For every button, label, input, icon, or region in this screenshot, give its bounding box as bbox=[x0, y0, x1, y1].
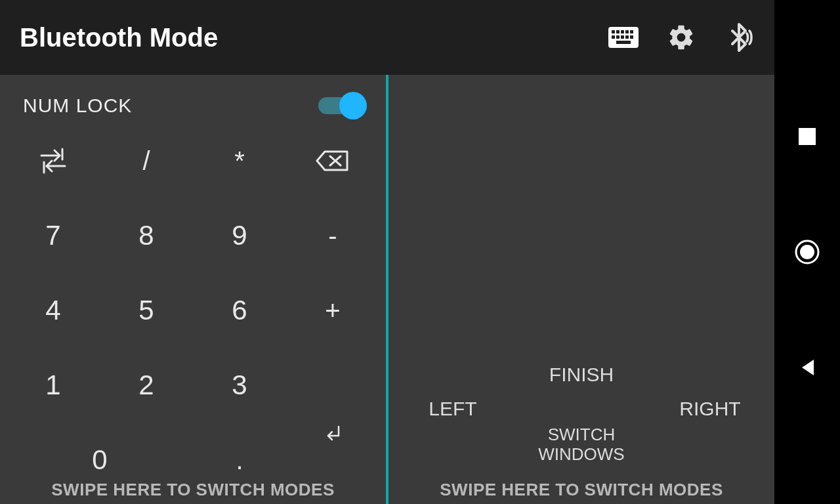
touchpad-pane[interactable]: FINISH LEFT RIGHT SWITCH WINDOWS SWIPE H… bbox=[388, 75, 774, 504]
key-3[interactable]: 3 bbox=[193, 348, 286, 423]
key-7[interactable]: 7 bbox=[7, 198, 100, 273]
plus-key[interactable]: + bbox=[286, 273, 379, 348]
page-title: Bluetooth Mode bbox=[20, 23, 608, 52]
app-root: Bluetooth Mode bbox=[0, 0, 774, 504]
svg-rect-7 bbox=[616, 35, 620, 39]
switch-line2: WINDOWS bbox=[538, 444, 624, 464]
numlock-row: NUM LOCK bbox=[0, 75, 386, 123]
key-5[interactable]: 5 bbox=[100, 273, 193, 348]
backspace-key[interactable] bbox=[286, 123, 379, 198]
svg-rect-8 bbox=[621, 35, 624, 39]
gesture-right-label: RIGHT bbox=[679, 398, 740, 420]
divide-key[interactable]: / bbox=[100, 123, 193, 198]
svg-rect-1 bbox=[612, 30, 615, 33]
swipe-hint-right[interactable]: SWIPE HERE TO SWITCH MODES bbox=[388, 480, 774, 500]
swipe-hint-left[interactable]: SWIPE HERE TO SWITCH MODES bbox=[0, 480, 386, 500]
system-nav-bar bbox=[774, 0, 840, 504]
svg-rect-18 bbox=[799, 128, 816, 145]
key-9[interactable]: 9 bbox=[193, 198, 286, 273]
content-area: NUM LOCK / * bbox=[0, 75, 774, 504]
numlock-label: NUM LOCK bbox=[23, 94, 132, 117]
topbar-actions bbox=[608, 22, 755, 53]
svg-point-20 bbox=[800, 245, 814, 259]
nav-home-button[interactable] bbox=[794, 239, 820, 265]
touchpad-surface[interactable]: FINISH LEFT RIGHT SWITCH WINDOWS bbox=[388, 75, 774, 504]
svg-rect-4 bbox=[625, 30, 629, 33]
key-2[interactable]: 2 bbox=[100, 348, 193, 423]
svg-rect-9 bbox=[625, 35, 629, 39]
switch-line1: SWITCH bbox=[548, 425, 616, 444]
key-1[interactable]: 1 bbox=[7, 348, 100, 423]
svg-marker-21 bbox=[802, 360, 814, 375]
gesture-switch-windows-label: SWITCH WINDOWS bbox=[538, 425, 624, 465]
svg-rect-5 bbox=[630, 30, 633, 33]
bluetooth-audio-icon[interactable] bbox=[723, 22, 755, 53]
toggle-knob bbox=[339, 92, 367, 119]
numlock-toggle[interactable] bbox=[318, 97, 363, 114]
gesture-finish-label: FINISH bbox=[549, 364, 614, 386]
multiply-key[interactable]: * bbox=[193, 123, 286, 198]
numpad-pane: NUM LOCK / * bbox=[0, 75, 386, 504]
svg-rect-11 bbox=[616, 41, 631, 44]
settings-gear-icon[interactable] bbox=[665, 22, 697, 53]
svg-rect-3 bbox=[621, 30, 624, 33]
svg-rect-6 bbox=[612, 35, 615, 39]
gesture-left-label: LEFT bbox=[429, 398, 476, 420]
enter-key[interactable] bbox=[286, 348, 379, 497]
key-8[interactable]: 8 bbox=[100, 198, 193, 273]
tab-key[interactable] bbox=[7, 123, 100, 198]
svg-rect-2 bbox=[616, 30, 620, 33]
keyboard-icon[interactable] bbox=[608, 22, 639, 53]
key-6[interactable]: 6 bbox=[193, 273, 286, 348]
key-4[interactable]: 4 bbox=[7, 273, 100, 348]
keypad: / * 7 8 9 - 4 5 6 bbox=[0, 123, 386, 504]
minus-key[interactable]: - bbox=[286, 198, 379, 273]
nav-recents-button[interactable] bbox=[794, 123, 820, 150]
nav-back-button[interactable] bbox=[794, 354, 820, 381]
top-bar: Bluetooth Mode bbox=[0, 0, 774, 75]
svg-rect-10 bbox=[630, 35, 633, 39]
